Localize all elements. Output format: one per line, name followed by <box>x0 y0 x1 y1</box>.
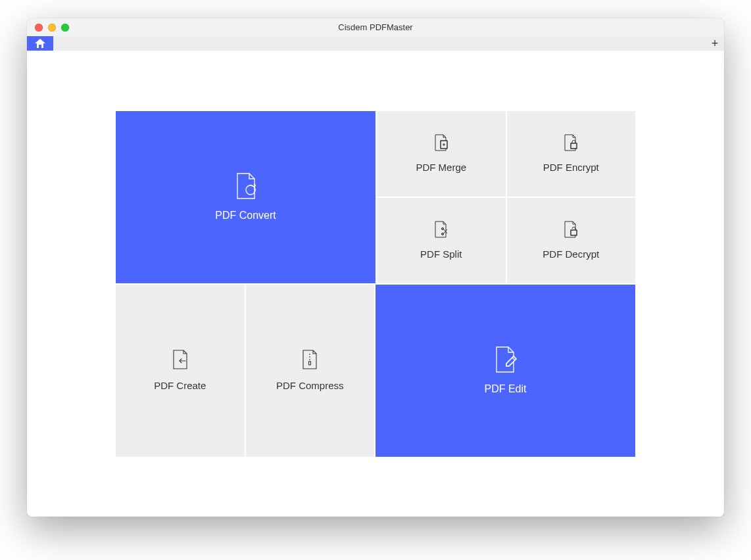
pdf-encrypt-icon <box>564 134 578 151</box>
pdf-encrypt-label: PDF Encrypt <box>543 162 599 173</box>
fullscreen-window-button[interactable] <box>61 24 69 32</box>
pdf-compress-label: PDF Compress <box>276 380 344 391</box>
pdf-merge-tile[interactable]: PDF Merge <box>376 110 506 197</box>
pdf-decrypt-tile[interactable]: PDF Decrypt <box>506 197 637 284</box>
plus-icon: + <box>712 37 719 51</box>
app-window: Cisdem PDFMaster + <box>27 18 724 517</box>
pdf-merge-label: PDF Merge <box>416 162 466 173</box>
home-icon <box>35 39 45 48</box>
pdf-edit-label: PDF Edit <box>484 383 526 395</box>
pdf-convert-icon <box>235 173 257 199</box>
close-window-button[interactable] <box>35 24 43 32</box>
new-tab-button[interactable]: + <box>706 36 724 51</box>
svg-rect-2 <box>571 143 577 149</box>
pdf-merge-icon <box>434 134 448 151</box>
pdf-encrypt-tile[interactable]: PDF Encrypt <box>506 110 637 197</box>
pdf-convert-tile[interactable]: PDF Convert <box>115 110 376 284</box>
pdf-split-label: PDF Split <box>420 248 462 260</box>
tile-grid: PDF Convert <box>115 110 636 457</box>
pdf-edit-tile[interactable]: PDF Edit <box>375 284 636 457</box>
pdf-edit-icon <box>494 346 518 373</box>
content-area: PDF Convert <box>27 51 724 517</box>
pdf-compress-tile[interactable]: PDF Compress <box>245 284 376 457</box>
pdf-convert-label: PDF Convert <box>215 210 276 222</box>
pdf-compress-icon <box>301 350 318 369</box>
home-tab[interactable] <box>27 36 53 51</box>
pdf-create-label: PDF Create <box>154 380 206 391</box>
window-title: Cisdem PDFMaster <box>27 18 724 36</box>
pdf-decrypt-label: PDF Decrypt <box>543 248 599 260</box>
window-controls <box>27 24 69 32</box>
tabbar: + <box>27 36 724 51</box>
pdf-decrypt-icon <box>564 221 578 238</box>
minimize-window-button[interactable] <box>48 24 56 32</box>
svg-rect-8 <box>571 230 577 235</box>
pdf-create-icon <box>172 350 189 369</box>
svg-rect-10 <box>309 362 311 365</box>
pdf-split-tile[interactable]: PDF Split <box>376 197 506 284</box>
pdf-split-icon <box>434 221 448 238</box>
pdf-create-tile[interactable]: PDF Create <box>115 284 245 457</box>
titlebar: Cisdem PDFMaster <box>27 18 724 36</box>
